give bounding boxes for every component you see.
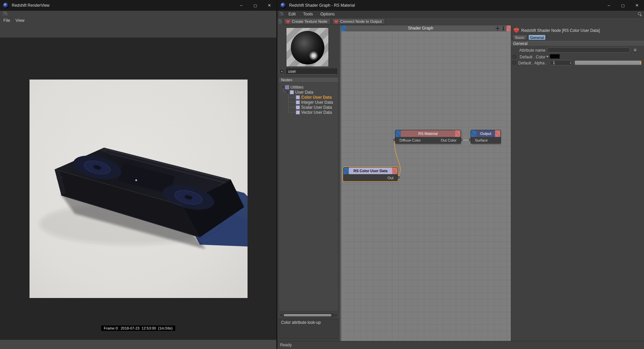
search-icon[interactable]: [638, 12, 641, 15]
close-button[interactable]: ✕: [630, 0, 644, 11]
tree-item-vector-user-data[interactable]: Vector User Data: [296, 110, 332, 115]
node-corner-blue[interactable]: [395, 130, 401, 137]
tree-item-color-user-data[interactable]: Color User Data: [296, 95, 332, 100]
node-search-input[interactable]: [286, 68, 337, 74]
redshift-material-icon: [334, 19, 338, 24]
material-preview-sphere: [291, 31, 324, 64]
menu-edit[interactable]: Edit: [288, 12, 296, 16]
menu-tools[interactable]: Tools: [303, 12, 313, 16]
shader-graph-header: Shader Graph: [341, 26, 511, 31]
material-preview: [286, 28, 329, 67]
nodes-tree: ▼ Utilities ▼ User Data Color User Data: [279, 83, 338, 311]
tab-general[interactable]: General: [528, 35, 546, 40]
port-label-out: Out: [387, 176, 393, 180]
attribute-name-input[interactable]: [547, 47, 630, 53]
scroll-right-icon[interactable]: ▶: [334, 314, 338, 316]
shader-graph-pane: Shader Graph: [341, 26, 511, 341]
default-color-swatch[interactable]: [550, 54, 560, 59]
create-texture-node-button[interactable]: Create Texture Node: [284, 18, 331, 25]
output-port-out[interactable]: [397, 176, 399, 179]
node-corner-blue[interactable]: [343, 167, 349, 174]
fit-view-icon[interactable]: [501, 26, 505, 31]
menu-file[interactable]: File: [3, 18, 10, 23]
default-alpha-spinner[interactable]: 1 ▴ ▾: [550, 60, 573, 65]
render-canvas: Frame 0: 2018-07-23 12:53:00 (1m:59s): [0, 38, 276, 340]
pane-corner-red[interactable]: [506, 26, 511, 31]
menu-view[interactable]: View: [15, 18, 24, 23]
tab-basic[interactable]: Basic: [513, 35, 527, 40]
input-port-diffuse-color[interactable]: [393, 139, 396, 141]
color-expand-caret[interactable]: ▶: [547, 55, 548, 58]
scrollbar-thumb[interactable]: [284, 314, 331, 316]
tree-item-scalar-user-data[interactable]: Scalar User Data: [296, 105, 332, 110]
attribute-name-label: Attribute name: [511, 48, 545, 53]
spin-down-icon[interactable]: ▾: [570, 63, 571, 64]
shadergraph-menubar: Edit Tools Options: [277, 11, 644, 17]
frame-info-label: Frame 0: 2018-07-23 12:53:00 (1m:59s): [101, 326, 175, 331]
tree-item-utilities[interactable]: ▼ Utilities: [282, 85, 304, 90]
node-corner-blue[interactable]: [471, 130, 476, 137]
menu-options[interactable]: Options: [320, 12, 335, 16]
renderview-window: Redshift RenderView – ▢ ✕ File View ▶ ↻ …: [0, 0, 276, 349]
slider-center-tick: [608, 63, 608, 64]
alpha-value: 1: [553, 60, 555, 65]
renderview-toolbar: ▶ ↻ Beauty ▾ RGB ▾ < Auto > ▾ ✻ ▾ + PV 1…: [0, 24, 276, 38]
default-alpha-slider[interactable]: [575, 60, 642, 65]
shader-graph-pane-title: Shader Graph: [346, 26, 495, 31]
port-label-out-color: Out Color: [441, 138, 457, 142]
node-corner-red[interactable]: [455, 130, 461, 137]
tree-item-user-data[interactable]: ▼ User Data: [286, 90, 313, 95]
attribute-name-expand-button[interactable]: ▶: [633, 47, 638, 52]
tree-horizontal-scrollbar[interactable]: ◀ ▶: [279, 313, 338, 317]
redshift-app-icon: [3, 3, 9, 8]
node-icon: [296, 95, 300, 99]
maximize-button[interactable]: ▢: [616, 0, 630, 11]
attributes-header: Redshift Shader Node [RS Color User Data…: [521, 28, 600, 33]
shader-graph-canvas[interactable]: RS Material Diffuse Color Out Color Outp…: [341, 31, 511, 341]
shadergraph-titlebar: Redshift Shader Graph - RS Material – ▢ …: [277, 0, 644, 11]
group-icon: [285, 85, 289, 89]
maximize-button[interactable]: ▢: [248, 0, 262, 11]
status-text: Ready: [280, 343, 292, 347]
section-general[interactable]: General: [511, 41, 644, 46]
node-output[interactable]: Output Surface: [471, 130, 501, 144]
move-view-icon[interactable]: [495, 26, 500, 31]
redshift-app-icon: [280, 3, 286, 8]
minimize-button[interactable]: –: [234, 0, 248, 11]
node-corner-red[interactable]: [495, 130, 500, 137]
default-alpha-label: Default . Alpha .: [517, 61, 547, 65]
clear-search-button[interactable]: ✕: [279, 69, 284, 74]
drag-grip[interactable]: [279, 12, 283, 16]
input-port-surface[interactable]: [469, 139, 471, 141]
attributes-panel: Redshift Shader Node [RS Color User Data…: [511, 26, 644, 341]
shadergraph-window: Redshift Shader Graph - RS Material – ▢ …: [277, 0, 644, 349]
output-port-out-color[interactable]: [460, 139, 463, 141]
drag-grip[interactable]: [278, 19, 282, 24]
expander-icon[interactable]: ▼: [286, 91, 290, 93]
node-icon: [290, 90, 294, 94]
shadergraph-title: Redshift Shader Graph - RS Material: [289, 3, 355, 8]
minimize-button[interactable]: –: [602, 0, 616, 11]
node-rs-color-user-data[interactable]: RS Color User Data Out: [343, 167, 398, 181]
shadergraph-toolbar: Create Texture Node Connect Node to Outp…: [277, 17, 644, 26]
default-alpha-anim-dot[interactable]: [513, 61, 516, 64]
node-icon: [296, 110, 300, 114]
scrollbar-track[interactable]: [283, 313, 334, 317]
node-description-box: Color attribute look-up: [279, 319, 338, 339]
expander-icon[interactable]: ▼: [282, 86, 285, 88]
redshift-material-icon: [286, 19, 290, 24]
nodes-tree-header: Nodes: [279, 77, 338, 83]
drag-grip[interactable]: [3, 11, 7, 15]
pane-corner-blue[interactable]: [341, 26, 346, 31]
port-label-diffuse-color: Diffuse Color: [399, 138, 421, 142]
node-rs-material[interactable]: RS Material Diffuse Color Out Color: [395, 130, 461, 144]
default-color-anim-dot[interactable]: [513, 55, 516, 58]
nodes-tree-box: Nodes ▼ Utilities ▼: [279, 77, 338, 311]
slider-handle[interactable]: [640, 61, 641, 64]
rendered-image-vhs-tape: [30, 80, 248, 298]
close-button[interactable]: ✕: [262, 0, 276, 11]
tree-item-integer-user-data[interactable]: Integer User Data: [296, 100, 333, 105]
node-corner-red[interactable]: [392, 167, 397, 174]
scroll-left-icon[interactable]: ◀: [279, 314, 283, 316]
connect-node-to-output-button[interactable]: Connect Node to Output: [332, 18, 385, 25]
